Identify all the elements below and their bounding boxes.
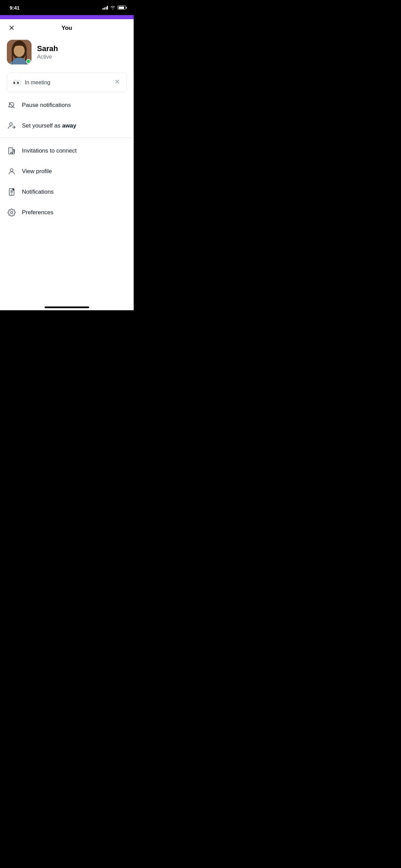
menu-section-2: Invitations to connect View profile bbox=[0, 141, 134, 223]
pause-notifications-item[interactable]: Pause notifications bbox=[0, 95, 134, 116]
signal-icon bbox=[102, 6, 108, 10]
view-profile-label: View profile bbox=[22, 168, 52, 175]
gear-icon bbox=[7, 208, 16, 217]
building-icon bbox=[7, 146, 16, 156]
notifications-item[interactable]: Notifications bbox=[0, 182, 134, 202]
preferences-label: Preferences bbox=[22, 209, 53, 216]
menu-divider bbox=[0, 137, 134, 138]
top-nav: You bbox=[0, 19, 134, 37]
wifi-icon bbox=[110, 5, 116, 10]
svg-point-20 bbox=[10, 169, 13, 171]
phone-notification-icon bbox=[7, 187, 16, 197]
status-icons bbox=[102, 5, 127, 10]
svg-point-27 bbox=[11, 212, 13, 214]
home-indicator-area bbox=[0, 303, 134, 310]
status-indicator-dot bbox=[26, 59, 31, 64]
avatar-wrapper bbox=[7, 40, 32, 64]
svg-point-18 bbox=[14, 150, 14, 150]
profile-info: Sarah Active bbox=[37, 44, 127, 60]
invitations-label: Invitations to connect bbox=[22, 147, 77, 154]
person-away-icon bbox=[7, 121, 16, 131]
status-input-row[interactable]: 👀 In meeting bbox=[7, 73, 127, 92]
close-button[interactable] bbox=[7, 23, 16, 34]
purple-header-peek bbox=[0, 15, 134, 19]
status-time: 9:41 bbox=[10, 5, 20, 11]
svg-rect-7 bbox=[12, 60, 26, 64]
nav-title: You bbox=[62, 25, 72, 32]
menu-section-1: Pause notifications Set yourself as away bbox=[0, 95, 134, 136]
set-away-label: Set yourself as away bbox=[22, 122, 76, 129]
status-input-text: In meeting bbox=[25, 80, 50, 86]
status-input-content: 👀 In meeting bbox=[13, 79, 50, 87]
empty-space bbox=[0, 234, 134, 303]
pause-notifications-label: Pause notifications bbox=[22, 102, 71, 109]
status-clear-button[interactable] bbox=[113, 78, 121, 87]
person-icon bbox=[7, 167, 16, 176]
bell-off-icon bbox=[7, 100, 16, 110]
view-profile-item[interactable]: View profile bbox=[0, 161, 134, 182]
svg-point-23 bbox=[12, 189, 14, 191]
profile-status-text: Active bbox=[37, 54, 127, 60]
main-sheet: You bbox=[0, 19, 134, 234]
svg-point-10 bbox=[10, 123, 12, 125]
notifications-label: Notifications bbox=[22, 189, 54, 195]
status-bar: 9:41 bbox=[0, 0, 134, 15]
battery-icon bbox=[118, 5, 127, 10]
svg-point-5 bbox=[14, 45, 25, 57]
invitations-item[interactable]: Invitations to connect bbox=[0, 141, 134, 161]
set-away-item[interactable]: Set yourself as away bbox=[0, 116, 134, 136]
profile-name: Sarah bbox=[37, 44, 127, 53]
svg-point-19 bbox=[14, 152, 14, 152]
profile-section: Sarah Active bbox=[0, 37, 134, 71]
home-bar bbox=[45, 306, 89, 308]
preferences-item[interactable]: Preferences bbox=[0, 202, 134, 223]
status-emoji: 👀 bbox=[13, 79, 21, 87]
